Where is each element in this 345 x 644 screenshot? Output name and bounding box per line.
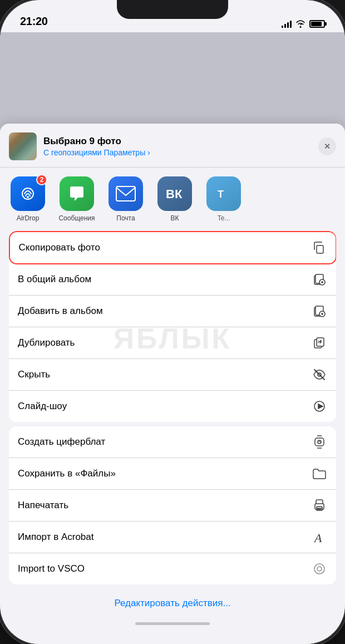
vk-icon: ВК [157,176,192,211]
svg-marker-20 [318,404,323,409]
app-item-messages[interactable]: Сообщения [55,176,99,222]
action-vsco-text: Import to VSCO [18,563,85,574]
notch [117,0,228,19]
action-acrobat[interactable]: Импорт в Acrobat A [9,522,336,553]
action-print-text: Напечатать [18,500,68,511]
action-watchface-text: Создать циферблат [18,436,105,448]
airdrop-icon: 2 [11,176,45,211]
hide-icon [312,367,327,382]
vk-label: ВК [171,214,179,222]
app-item-vk[interactable]: ВК ВК [152,176,197,222]
duplicate-icon [312,335,327,351]
svg-text:Т: Т [218,189,224,200]
mail-icon [109,176,143,211]
watchface-icon [312,434,327,450]
svg-rect-3 [116,186,135,201]
action-save-files-text: Сохранить в «Файлы» [18,468,116,479]
mail-label: Почта [116,214,135,222]
share-subtitle: С геопозициями Параметры › [43,148,318,157]
airdrop-label: AirDrop [17,214,40,222]
status-icons [282,20,325,28]
slideshow-icon [312,399,327,414]
svg-point-32 [314,564,324,574]
vsco-icon [312,561,327,577]
action-slideshow-text: Слайд-шоу [18,401,67,412]
action-hide-text: Скрыть [18,369,50,380]
phone-frame: 21:20 [0,0,345,644]
copy-icon [311,240,327,255]
action-shared-album-text: В общий альбом [18,274,91,285]
app-item-te[interactable]: Т Te... [201,176,246,222]
add-album-icon [312,303,327,319]
action-add-album-text: Добавить в альбом [18,306,103,317]
home-indicator [135,622,210,625]
action-vsco[interactable]: Import to VSCO [9,553,336,584]
action-copy-text: Скопировать фото [19,242,100,253]
edit-actions-label[interactable]: Редактировать действия... [114,598,230,608]
messages-icon [60,176,94,211]
wifi-icon [295,20,305,28]
share-params-link[interactable]: Параметры › [104,148,150,157]
phone-screen: 21:20 [0,0,345,644]
te-icon: Т [206,176,241,211]
acrobat-icon: A [312,529,327,545]
svg-point-0 [300,26,302,28]
share-info: Выбрано 9 фото С геопозициями Параметры … [43,136,318,157]
action-copy-photo[interactable]: Скопировать фото [9,231,336,264]
action-add-album[interactable]: Добавить в альбом [9,296,336,327]
action-duplicate[interactable]: Дублировать [9,327,336,359]
share-thumbnail [9,132,37,160]
app-row: 2 AirDrop [0,168,345,227]
close-button[interactable]: ✕ [318,137,336,155]
shared-album-icon [312,272,327,287]
folder-icon [312,466,327,481]
svg-point-33 [317,567,322,571]
action-list-1: Скопировать фото В общий альбом [9,231,336,422]
svg-rect-6 [317,245,323,253]
app-item-airdrop[interactable]: 2 AirDrop [6,176,50,222]
content-area: ЯБЛЫК Выбрано 9 фото С геопозициями Пара… [0,32,345,644]
print-icon [312,498,327,513]
action-list-2: Создать циферблат [9,426,336,584]
action-slideshow[interactable]: Слайд-шоу [9,391,336,422]
share-header: Выбрано 9 фото С геопозициями Параметры … [0,124,345,168]
airdrop-badge: 2 [36,174,47,185]
share-subtitle-text: С геопозициями [43,148,102,157]
edit-actions[interactable]: Редактировать действия... [0,589,345,618]
action-duplicate-text: Дублировать [18,337,75,348]
share-sheet: Выбрано 9 фото С геопозициями Параметры … [0,124,345,644]
te-label: Te... [218,214,230,222]
signal-icon [282,20,292,28]
action-hide[interactable]: Скрыть [9,359,336,391]
share-title: Выбрано 9 фото [43,136,318,147]
messages-label: Сообщения [58,214,95,222]
battery-icon [309,20,325,28]
svg-point-2 [27,196,29,198]
action-watchface[interactable]: Создать циферблат [9,426,336,458]
status-time: 21:20 [20,15,48,28]
svg-text:ВК: ВК [166,187,183,200]
svg-text:A: A [313,531,322,544]
action-shared-album[interactable]: В общий альбом [9,264,336,296]
action-print[interactable]: Напечатать [9,490,336,522]
app-item-mail[interactable]: Почта [103,176,148,222]
action-save-files[interactable]: Сохранить в «Файлы» [9,458,336,490]
action-acrobat-text: Импорт в Acrobat [18,532,94,543]
